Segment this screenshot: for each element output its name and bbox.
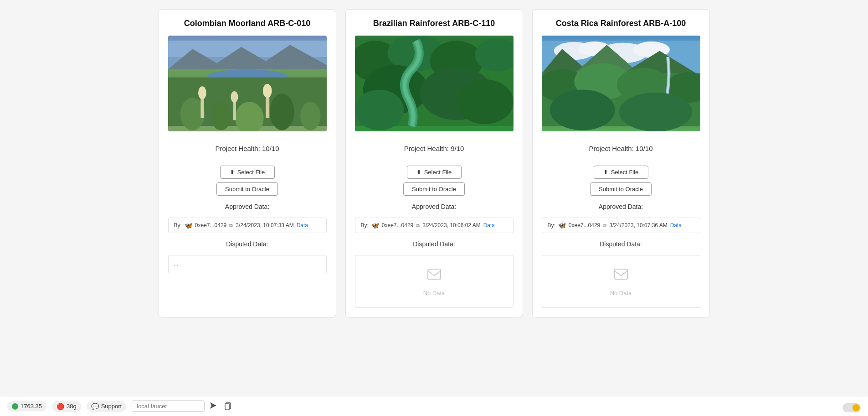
approved-data-row-colombian: By: 🦋 0xee7...0429 ⧉ 3/24/2023, 10:07:33… [168, 218, 327, 233]
support-label: Support [101, 403, 122, 410]
card-colombian: Colombian Moorland ARB-C-010 [159, 9, 336, 317]
toggle-track[interactable] [842, 403, 861, 412]
no-data-text-costarica: No Data [610, 290, 632, 296]
balance-badge[interactable]: 1763.35 [7, 401, 46, 411]
landscape-svg-brazilian [355, 36, 514, 131]
svg-rect-46 [225, 404, 230, 410]
submit-oracle-button-costarica[interactable]: Submit to Oracle [590, 182, 652, 196]
svg-rect-42 [615, 269, 627, 279]
project-health-costarica: Project Health: 10/10 [542, 139, 700, 158]
approved-data-link-colombian[interactable]: Data [297, 222, 308, 229]
svg-rect-25 [428, 269, 441, 279]
upload-icon-costarica: ⬆ [603, 169, 608, 176]
local-faucet-area [132, 400, 861, 413]
no-data-icon-brazilian [426, 266, 442, 286]
approved-by-label-brazilian: By: [361, 222, 369, 229]
action-buttons-brazilian: ⬆ Select File Submit to Oracle [355, 166, 514, 196]
disputed-data-label-brazilian: Disputed Data: [355, 240, 514, 248]
upload-icon-brazilian: ⬆ [416, 169, 421, 176]
svg-point-8 [270, 94, 294, 130]
approved-data-link-brazilian[interactable]: Data [483, 222, 495, 229]
disputed-data-label-colombian: Disputed Data: [168, 240, 327, 248]
approved-date-colombian: 3/24/2023, 10:07:33 AM [236, 222, 293, 229]
support-icon: 💬 [91, 403, 99, 410]
card-brazilian: Brazilian Rainforest ARB-C-110 [345, 9, 523, 317]
approved-address-colombian: 0xee7...0429 [195, 222, 226, 229]
copy-icon-brazilian[interactable]: ⧉ [416, 223, 420, 229]
approved-data-label-brazilian: Approved Data: [355, 203, 514, 210]
card-image-brazilian [355, 36, 514, 131]
balance-indicator [12, 403, 18, 410]
select-file-button-colombian[interactable]: ⬆ Select File [220, 166, 275, 179]
svg-point-11 [198, 86, 206, 99]
approved-address-costarica: 0xee7...0429 [569, 222, 600, 229]
select-file-button-costarica[interactable]: ⬆ Select File [594, 166, 648, 179]
action-buttons-colombian: ⬆ Select File Submit to Oracle [168, 166, 327, 196]
action-buttons-costarica: ⬆ Select File Submit to Oracle [542, 166, 700, 196]
project-health-colombian: Project Health: 10/10 [168, 139, 327, 158]
svg-point-40 [550, 89, 615, 130]
weight-value: 38g [67, 403, 77, 410]
faucet-input[interactable] [132, 400, 205, 412]
submit-oracle-button-brazilian[interactable]: Submit to Oracle [403, 182, 465, 196]
approved-by-label-costarica: By: [548, 222, 555, 229]
approved-by-label-colombian: By: [174, 222, 182, 229]
approved-data-row-brazilian: By: 🦋 0xee7...0429 ⧉ 3/24/2023, 10:06:02… [355, 218, 514, 233]
svg-point-23 [457, 79, 514, 124]
approved-data-link-costarica[interactable]: Data [670, 222, 682, 229]
card-title-costarica: Costa Rica Rainforest ARB-A-100 [542, 19, 700, 28]
svg-point-41 [619, 93, 692, 131]
svg-point-24 [355, 89, 404, 130]
toggle-switch[interactable] [842, 403, 861, 412]
no-data-icon-costarica [613, 266, 629, 286]
landscape-svg-colombian [168, 36, 327, 131]
approved-date-brazilian: 3/24/2023, 10:06:02 AM [422, 222, 480, 229]
no-data-text-brazilian: No Data [423, 290, 445, 296]
upload-icon-colombian: ⬆ [230, 169, 235, 176]
disputed-placeholder-colombian: ... [174, 261, 179, 267]
faucet-copy-button[interactable] [222, 400, 234, 413]
svg-point-15 [262, 84, 272, 98]
bottom-bar: 1763.35 🔴 38g 💬 Support [0, 396, 868, 416]
select-file-button-brazilian[interactable]: ⬆ Select File [407, 166, 462, 179]
avatar-icon-costarica: 🦋 [558, 222, 566, 229]
main-content: Colombian Moorland ARB-C-010 [0, 0, 868, 327]
approved-address-brazilian: 0xee7...0429 [382, 222, 413, 229]
faucet-send-button[interactable] [207, 400, 219, 413]
card-title-brazilian: Brazilian Rainforest ARB-C-110 [355, 19, 514, 28]
approved-data-label-costarica: Approved Data: [542, 203, 700, 210]
toggle-thumb [853, 404, 860, 411]
weight-icon: 🔴 [56, 403, 64, 410]
disputed-data-label-costarica: Disputed Data: [542, 240, 700, 248]
disputed-data-row-colombian: ... [168, 255, 327, 273]
support-badge[interactable]: 💬 Support [87, 401, 127, 412]
project-health-brazilian: Project Health: 9/10 [355, 139, 514, 158]
weight-badge[interactable]: 🔴 38g [52, 401, 81, 412]
card-image-costarica [542, 36, 700, 131]
landscape-svg-costarica [542, 36, 700, 131]
disputed-no-data-costarica: No Data [542, 255, 700, 308]
svg-point-13 [231, 91, 238, 103]
svg-point-9 [300, 102, 321, 130]
balance-value: 1763.35 [21, 403, 42, 410]
approved-date-costarica: 3/24/2023, 10:07:36 AM [609, 222, 667, 229]
avatar-icon-brazilian: 🦋 [371, 222, 379, 229]
copy-icon-costarica[interactable]: ⧉ [603, 223, 606, 229]
svg-point-6 [211, 102, 231, 130]
approved-data-row-costarica: By: 🦋 0xee7...0429 ⧉ 3/24/2023, 10:07:36… [542, 218, 700, 233]
disputed-no-data-brazilian: No Data [355, 255, 514, 308]
approved-data-label-colombian: Approved Data: [168, 203, 327, 210]
card-title-colombian: Colombian Moorland ARB-C-010 [168, 19, 327, 28]
avatar-icon-colombian: 🦋 [185, 222, 192, 229]
copy-icon-colombian[interactable]: ⧉ [229, 223, 233, 229]
svg-marker-44 [210, 402, 216, 409]
card-costarica: Costa Rica Rainforest ARB-A-100 [532, 9, 710, 317]
submit-oracle-button-colombian[interactable]: Submit to Oracle [216, 182, 278, 196]
card-image-colombian [168, 36, 327, 131]
